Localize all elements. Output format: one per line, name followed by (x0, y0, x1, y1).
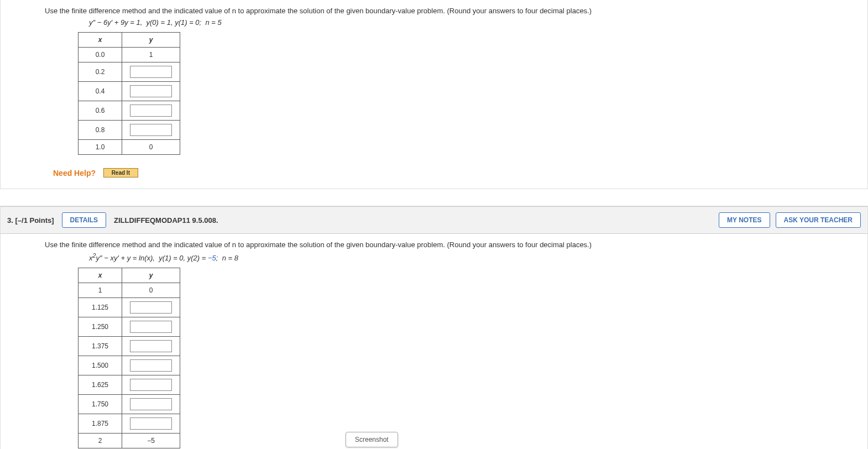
x-value: 0.4 (79, 82, 122, 101)
question-prompt: Use the finite difference method and the… (45, 238, 867, 249)
table-row: 1.125 (79, 298, 180, 317)
question-reference: ZILLDIFFEQMODAP11 9.5.008. (114, 216, 218, 224)
solution-table: x y 0.0 1 0.2 0.4 0.6 (78, 32, 180, 155)
x-value: 1.125 (79, 298, 122, 317)
y-cell (122, 121, 180, 140)
x-value: 1.750 (79, 395, 122, 414)
y-cell (122, 62, 180, 82)
equation: x2y″ − xy′ + y = ln(x), y(1) = 0, y(2) =… (89, 252, 867, 262)
x-value: 2 (79, 434, 122, 448)
x-value: 1.375 (79, 337, 122, 356)
x-value: 0.2 (79, 62, 122, 82)
table-row: 1.250 (79, 317, 180, 337)
x-value: 1.875 (79, 414, 122, 434)
table-row: 0.0 1 (79, 48, 180, 62)
col-y: y (122, 33, 180, 48)
col-x: x (79, 33, 122, 48)
prompt-text: Use the finite difference method and the… (45, 241, 592, 249)
x-value: 1.500 (79, 356, 122, 375)
answer-input[interactable] (130, 379, 172, 391)
table-row: 1.875 (79, 414, 180, 434)
x-value: 0.6 (79, 101, 122, 121)
table-header-row: x y (79, 33, 180, 48)
table-row: 1.0 0 (79, 140, 180, 155)
y-cell (122, 356, 180, 375)
answer-input[interactable] (130, 301, 172, 314)
table-row: 0.2 (79, 62, 180, 82)
question-prompt: Use the finite difference method and the… (45, 4, 867, 15)
question-block-2: Use the finite difference method and the… (0, 0, 868, 189)
table-row: 2 −5 (79, 434, 180, 448)
y-cell (122, 395, 180, 414)
y-value: 1 (122, 48, 180, 62)
question-content: Use the finite difference method and the… (1, 234, 867, 449)
x-value: 1.625 (79, 375, 122, 395)
read-it-button[interactable]: Read It (103, 168, 138, 177)
question-number: 3. [–/1 Points] (7, 216, 54, 224)
question-header-left: 3. [–/1 Points] DETAILS ZILLDIFFEQMODAP1… (7, 212, 218, 228)
answer-input[interactable] (130, 359, 172, 372)
answer-input[interactable] (130, 66, 172, 78)
answer-input[interactable] (130, 398, 172, 410)
x-value: 0.8 (79, 121, 122, 140)
x-value: 1 (79, 283, 122, 298)
table-row: 1.375 (79, 337, 180, 356)
answer-input[interactable] (130, 417, 172, 430)
screenshot-button[interactable]: Screenshot (346, 432, 398, 447)
answer-input[interactable] (130, 321, 172, 333)
prompt-text: Use the finite difference method and the… (45, 7, 592, 15)
table-row: 1 0 (79, 283, 180, 298)
need-help-section: Need Help? Read It (53, 168, 867, 177)
y-cell (122, 337, 180, 356)
table-row: 0.8 (79, 121, 180, 140)
y-cell (122, 375, 180, 395)
col-x: x (79, 268, 122, 283)
y-cell (122, 82, 180, 101)
y-value: 0 (122, 283, 180, 298)
y-cell (122, 101, 180, 121)
question-header-right: MY NOTES ASK YOUR TEACHER (719, 212, 861, 228)
answer-input[interactable] (130, 124, 172, 136)
need-help-label: Need Help? (53, 169, 96, 177)
x-value: 0.0 (79, 48, 122, 62)
y-value: 0 (122, 140, 180, 155)
table-row: 1.500 (79, 356, 180, 375)
table-row: 1.750 (79, 395, 180, 414)
x-value: 1.250 (79, 317, 122, 337)
table-row: 0.4 (79, 82, 180, 101)
ask-teacher-button[interactable]: ASK YOUR TEACHER (776, 212, 861, 228)
col-y: y (122, 268, 180, 283)
y-cell (122, 317, 180, 337)
solution-table: x y 1 0 1.125 1.250 1.375 (78, 268, 180, 448)
question-content: Use the finite difference method and the… (1, 0, 867, 189)
details-button[interactable]: DETAILS (62, 212, 106, 228)
x-value: 1.0 (79, 140, 122, 155)
question-header: 3. [–/1 Points] DETAILS ZILLDIFFEQMODAP1… (1, 206, 867, 234)
answer-input[interactable] (130, 340, 172, 352)
answer-input[interactable] (130, 85, 172, 97)
table-row: 0.6 (79, 101, 180, 121)
table-header-row: x y (79, 268, 180, 283)
question-points: [–/1 Points] (15, 216, 54, 224)
y-cell (122, 298, 180, 317)
my-notes-button[interactable]: MY NOTES (719, 212, 770, 228)
table-row: 1.625 (79, 375, 180, 395)
equation: y″ − 6y′ + 9y = 1, y(0) = 1, y(1) = 0; n… (89, 18, 867, 27)
answer-input[interactable] (130, 105, 172, 117)
question-block-3: 3. [–/1 Points] DETAILS ZILLDIFFEQMODAP1… (0, 206, 868, 449)
y-cell (122, 414, 180, 434)
y-value: −5 (122, 434, 180, 448)
